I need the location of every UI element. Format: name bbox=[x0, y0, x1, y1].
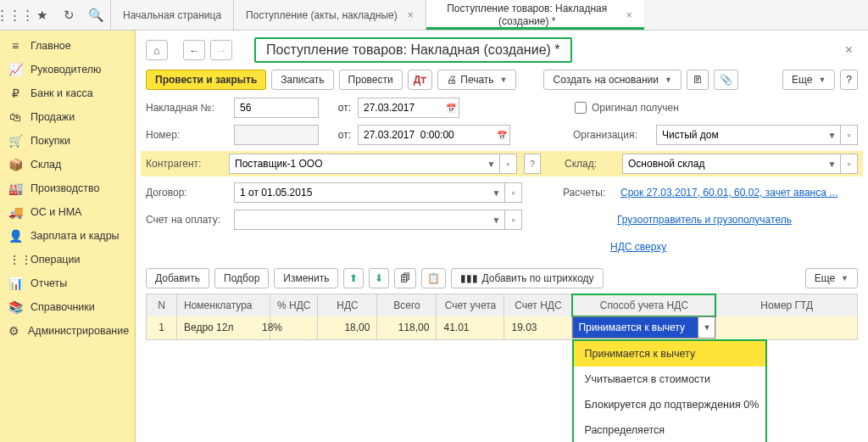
invoice-date-input[interactable] bbox=[358, 98, 442, 118]
table-more-button[interactable]: Еще▼ bbox=[805, 268, 858, 288]
tab-current-doc[interactable]: Поступление товаров: Накладная (создание… bbox=[426, 0, 644, 30]
col-total[interactable]: Всего bbox=[377, 294, 437, 316]
open-icon[interactable]: ▫ bbox=[505, 210, 522, 230]
open-icon[interactable]: ▫ bbox=[505, 182, 522, 203]
sidebar-item-warehouse[interactable]: 📦Склад bbox=[0, 153, 135, 176]
cell-vat-account[interactable]: 19.03 bbox=[504, 316, 572, 340]
sidebar-item-bank[interactable]: ₽Банк и касса bbox=[0, 81, 135, 105]
sidebar-item-reports[interactable]: 📊Отчеты bbox=[0, 271, 135, 295]
home-button[interactable]: ⌂ bbox=[146, 40, 168, 60]
copy-button[interactable]: 🗐 bbox=[394, 268, 416, 288]
post-and-close-button[interactable]: Провести и закрыть bbox=[146, 70, 266, 90]
print-button[interactable]: 🖨 Печать▼ bbox=[437, 70, 516, 90]
invoice-pay-input[interactable] bbox=[234, 210, 488, 230]
col-vat-account[interactable]: Счет НДС bbox=[504, 294, 572, 316]
post-button[interactable]: Провести bbox=[339, 70, 403, 90]
org-input[interactable] bbox=[656, 125, 824, 145]
sidebar-item-purchases[interactable]: 🛒Покупки bbox=[0, 129, 135, 153]
invoice-num-input[interactable] bbox=[234, 98, 319, 118]
cell-vat-rate[interactable]: 18% bbox=[270, 316, 318, 340]
vat-method-select[interactable]: Принимается к вычету ▼ bbox=[572, 316, 715, 338]
close-icon[interactable]: × bbox=[408, 9, 414, 21]
dropdown-option[interactable]: Учитывается в стоимости bbox=[574, 366, 765, 392]
vat-link[interactable]: НДС сверху bbox=[610, 241, 666, 253]
move-up-button[interactable]: ⬆ bbox=[343, 268, 364, 288]
col-vat-method[interactable]: Способ учета НДС bbox=[572, 294, 716, 316]
dropdown-icon[interactable]: ▼ bbox=[488, 182, 505, 203]
calc-link[interactable]: Срок 27.03.2017, 60.01, 60.02, зачет ава… bbox=[620, 187, 837, 199]
history-icon[interactable]: ↻ bbox=[59, 6, 78, 25]
col-vat-rate[interactable]: % НДС bbox=[270, 294, 318, 316]
close-icon[interactable]: × bbox=[626, 9, 632, 21]
dropdown-icon[interactable]: ▼ bbox=[824, 125, 841, 145]
more-button[interactable]: Еще▼ bbox=[782, 70, 835, 90]
tabs: Начальная страница Поступление (акты, на… bbox=[110, 0, 868, 30]
original-received-checkbox[interactable] bbox=[575, 102, 587, 114]
number-input[interactable] bbox=[234, 125, 319, 145]
dropdown-option[interactable]: Принимается к вычету bbox=[574, 341, 765, 366]
col-gtd[interactable]: Номер ГТД bbox=[716, 294, 858, 316]
tab-receipts[interactable]: Поступление (акты, накладные)× bbox=[233, 0, 426, 30]
tab-label: Поступление (акты, накладные) bbox=[246, 9, 398, 21]
create-based-button[interactable]: Создать на основании▼ bbox=[543, 70, 681, 90]
help-button[interactable]: ? bbox=[840, 70, 858, 90]
forward-button[interactable]: → bbox=[210, 40, 232, 60]
dropdown-icon[interactable]: ▼ bbox=[483, 154, 500, 174]
col-n[interactable]: N bbox=[147, 294, 177, 316]
dropdown-option[interactable]: Распределяется bbox=[574, 417, 765, 442]
sidebar-item-operations[interactable]: ⋮⋮Операции bbox=[0, 248, 135, 271]
change-button[interactable]: Изменить bbox=[274, 268, 338, 288]
paste-button[interactable]: 📋 bbox=[421, 268, 446, 288]
chevron-down-icon[interactable]: ▼ bbox=[698, 317, 715, 338]
pick-button[interactable]: Подбор bbox=[214, 268, 269, 288]
sidebar-item-label: Покупки bbox=[31, 135, 70, 147]
sidebar-item-sales[interactable]: 🛍Продажи bbox=[0, 105, 135, 129]
sidebar-item-main[interactable]: ≡Главное bbox=[0, 34, 135, 58]
calendar-icon[interactable]: 📅 bbox=[493, 125, 510, 145]
sidebar-item-assets[interactable]: 🚚ОС и НМА bbox=[0, 200, 135, 224]
apps-icon[interactable]: ⋮⋮⋮ bbox=[5, 6, 24, 25]
open-icon[interactable]: ▫ bbox=[500, 154, 517, 174]
number-date-input[interactable] bbox=[358, 125, 493, 145]
table-row[interactable]: 1 Ведро 12л 18% 18,00 118,00 41.01 19.03… bbox=[147, 316, 858, 340]
write-button[interactable]: Записать bbox=[271, 70, 333, 90]
dropdown-icon[interactable]: ▼ bbox=[824, 154, 841, 174]
cell-vat-method[interactable]: Принимается к вычету ▼ Принимается к выч… bbox=[572, 316, 716, 340]
dropdown-icon[interactable]: ▼ bbox=[488, 210, 505, 230]
star-icon[interactable]: ★ bbox=[32, 6, 51, 25]
search-icon[interactable]: 🔍 bbox=[86, 6, 105, 25]
col-account[interactable]: Счет учета bbox=[437, 294, 504, 316]
cell-vat[interactable]: 18,00 bbox=[318, 316, 377, 340]
move-down-button[interactable]: ⬇ bbox=[369, 268, 389, 288]
cell-total[interactable]: 118,00 bbox=[377, 316, 437, 340]
original-received-check[interactable]: Оригинал получен bbox=[575, 102, 679, 114]
open-icon[interactable]: ▫ bbox=[841, 125, 858, 145]
cell-nomenclature[interactable]: Ведро 12л bbox=[177, 316, 270, 340]
close-doc-button[interactable]: × bbox=[840, 42, 858, 58]
open-icon[interactable]: ▫ bbox=[841, 154, 858, 174]
sidebar-item-references[interactable]: 📚Справочники bbox=[0, 295, 135, 319]
counterparty-input[interactable] bbox=[229, 154, 483, 174]
add-row-button[interactable]: Добавить bbox=[146, 268, 209, 288]
back-button[interactable]: ← bbox=[183, 40, 205, 60]
cell-n[interactable]: 1 bbox=[147, 316, 177, 340]
cell-gtd[interactable] bbox=[716, 316, 858, 340]
sidebar-item-production[interactable]: 🏭Производство bbox=[0, 176, 135, 200]
calendar-icon[interactable]: 📅 bbox=[442, 98, 459, 118]
dropdown-option[interactable]: Блокируется до подтверждения 0% bbox=[574, 392, 765, 417]
col-vat[interactable]: НДС bbox=[318, 294, 377, 316]
col-nomenclature[interactable]: Номенклатура bbox=[177, 294, 270, 316]
sidebar-item-hr[interactable]: 👤Зарплата и кадры bbox=[0, 224, 135, 248]
dt-kt-button[interactable]: Дᴛ bbox=[408, 70, 433, 90]
add-by-barcode-button[interactable]: ▮▮▮ Добавить по штрихкоду bbox=[451, 268, 603, 288]
shipper-link[interactable]: Грузоотправитель и грузополучатель bbox=[617, 214, 792, 226]
attach-button[interactable]: 📎 bbox=[714, 70, 738, 90]
help-small-button[interactable]: ? bbox=[524, 154, 541, 174]
contract-input[interactable] bbox=[234, 182, 488, 203]
warehouse-input[interactable] bbox=[622, 154, 824, 174]
files-button[interactable]: 🖹 bbox=[687, 70, 709, 90]
cell-account[interactable]: 41.01 bbox=[437, 316, 504, 340]
tab-start-page[interactable]: Начальная страница bbox=[110, 0, 233, 30]
sidebar-item-manager[interactable]: 📈Руководителю bbox=[0, 58, 135, 81]
sidebar-item-admin[interactable]: ⚙Администрирование bbox=[0, 319, 135, 343]
